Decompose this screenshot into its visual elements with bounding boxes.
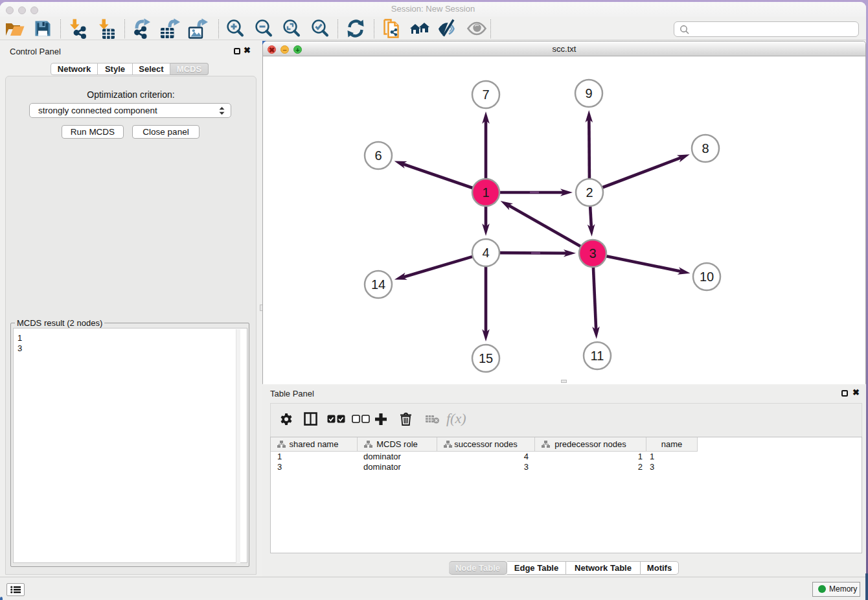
svg-text:10: 10 <box>700 270 714 284</box>
svg-text:1: 1 <box>482 185 489 200</box>
svg-text:14: 14 <box>371 277 385 292</box>
svg-text:8: 8 <box>702 141 709 156</box>
svg-text:15: 15 <box>479 351 493 365</box>
svg-text:11: 11 <box>591 349 604 363</box>
svg-text:6: 6 <box>374 148 382 163</box>
svg-text:2: 2 <box>586 185 593 200</box>
svg-text:4: 4 <box>482 246 489 260</box>
svg-text:9: 9 <box>585 86 592 100</box>
svg-text:3: 3 <box>589 246 596 260</box>
svg-text:7: 7 <box>482 87 489 102</box>
